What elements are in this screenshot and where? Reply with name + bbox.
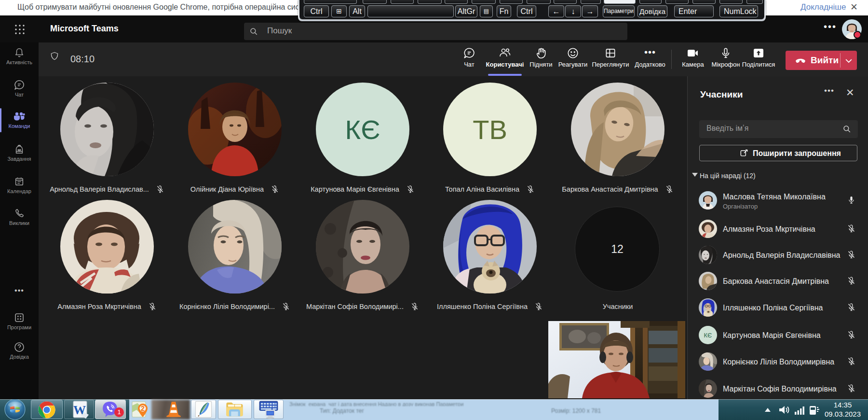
svg-text:2: 2 (141, 405, 145, 412)
svg-text:W: W (73, 403, 86, 417)
